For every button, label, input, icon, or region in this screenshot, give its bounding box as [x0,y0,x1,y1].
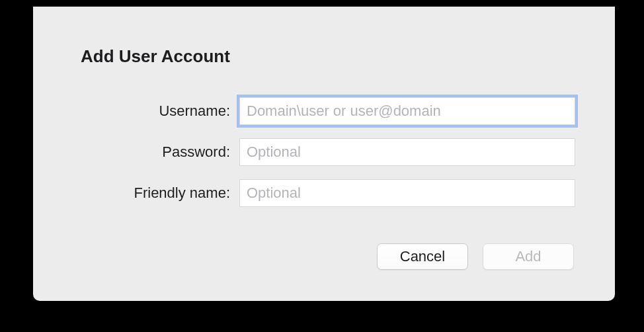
dialog-button-row: Cancel Add [73,243,575,270]
password-row: Password: [73,138,575,166]
dialog-title: Add User Account [81,46,575,67]
add-button[interactable]: Add [483,243,574,270]
username-label: Username: [73,103,239,120]
username-row: Username: [73,97,575,125]
friendly-name-input[interactable] [239,179,575,207]
password-label: Password: [73,144,239,161]
add-user-account-dialog: Add User Account Username: Password: Fri… [33,7,615,301]
cancel-button[interactable]: Cancel [377,243,468,270]
username-input[interactable] [239,97,575,125]
friendly-name-label: Friendly name: [73,185,239,202]
password-input[interactable] [239,138,575,166]
friendly-name-row: Friendly name: [73,179,575,207]
